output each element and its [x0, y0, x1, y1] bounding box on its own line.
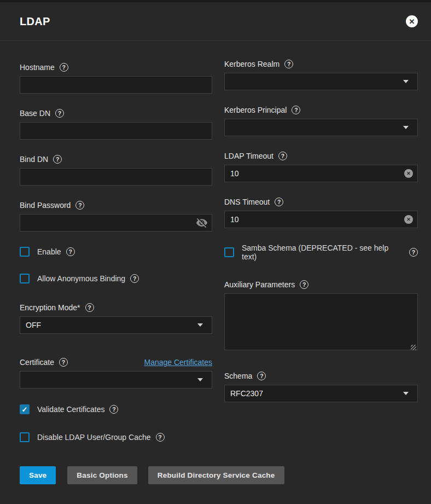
kerberos-realm-group: Kerberos Realm ?: [224, 60, 418, 90]
samba-schema-row: Samba Schema (DEPRECATED - see help text…: [224, 244, 418, 261]
ldap-dialog: LDAP ✕ Hostname ? Base DN ?: [0, 2, 431, 504]
ldap-timeout-help-icon[interactable]: ?: [278, 152, 287, 160]
bind-password-label-row: Bind Password ?: [20, 201, 212, 210]
allow-anonymous-binding-help-icon[interactable]: ?: [130, 274, 139, 283]
dialog-title: LDAP: [20, 15, 50, 28]
ldap-timeout-label: LDAP Timeout: [224, 152, 273, 160]
kerberos-realm-select[interactable]: [224, 73, 418, 90]
validate-certificates-help-icon[interactable]: ?: [109, 405, 118, 414]
manage-certificates-link[interactable]: Manage Certificates: [144, 358, 212, 367]
samba-schema-checkbox[interactable]: [224, 247, 234, 257]
validate-certificates-row: Validate Certificates ?: [20, 404, 212, 414]
certificate-select[interactable]: [20, 371, 212, 389]
auxiliary-parameters-label-row: Auxiliary Parameters ?: [224, 280, 418, 289]
bind-dn-label-row: Bind DN ?: [20, 155, 212, 164]
allow-anonymous-binding-checkbox[interactable]: [20, 274, 30, 283]
close-icon[interactable]: ✕: [406, 15, 418, 27]
schema-label-row: Schema ?: [224, 372, 418, 380]
form-content: Hostname ? Base DN ? Bind DN ?: [0, 41, 431, 442]
kerberos-realm-label-row: Kerberos Realm ?: [224, 60, 418, 68]
kerberos-principal-select[interactable]: [224, 119, 418, 136]
chevron-down-icon: [403, 80, 409, 83]
disable-ldap-cache-checkbox[interactable]: [20, 432, 30, 442]
dns-timeout-clear-icon[interactable]: ✕: [404, 215, 413, 224]
chevron-down-icon: [403, 126, 409, 129]
enable-row: Enable ?: [20, 247, 212, 257]
dialog-header: LDAP ✕: [0, 2, 431, 41]
bind-password-group: Bind Password ?: [20, 201, 212, 231]
schema-select[interactable]: RFC2307: [224, 385, 418, 402]
kerberos-principal-label: Kerberos Principal: [224, 106, 287, 114]
encryption-mode-label: Encryption Mode*: [20, 303, 80, 312]
auxiliary-parameters-group: Auxiliary Parameters ?: [224, 280, 418, 352]
encryption-mode-select[interactable]: OFF: [20, 316, 212, 334]
bind-password-input[interactable]: [20, 214, 212, 231]
certificate-help-icon[interactable]: ?: [59, 358, 68, 367]
schema-group: Schema ? RFC2307: [224, 372, 418, 402]
hostname-input[interactable]: [20, 76, 212, 94]
certificate-group: Certificate ? Manage Certificates: [20, 358, 212, 389]
base-dn-label: Base DN: [20, 109, 50, 118]
enable-help-icon[interactable]: ?: [66, 247, 75, 256]
encryption-mode-group: Encryption Mode* ? OFF: [20, 303, 212, 334]
base-dn-group: Base DN ?: [20, 109, 212, 140]
schema-help-icon[interactable]: ?: [257, 372, 266, 380]
hostname-label-row: Hostname ?: [20, 63, 212, 72]
dns-timeout-label: DNS Timeout: [224, 198, 270, 206]
textarea-resize-handle[interactable]: [411, 345, 416, 350]
dns-timeout-group: DNS Timeout ? ✕: [224, 198, 418, 228]
samba-schema-help-icon[interactable]: ?: [409, 248, 418, 257]
dns-timeout-help-icon[interactable]: ?: [275, 198, 283, 206]
chevron-down-icon: [197, 323, 203, 327]
bind-dn-group: Bind DN ?: [20, 155, 212, 186]
allow-anonymous-binding-row: Allow Anonymous Binding ?: [20, 274, 212, 283]
chevron-down-icon: [197, 378, 203, 381]
kerberos-realm-help-icon[interactable]: ?: [284, 60, 293, 68]
dns-timeout-label-row: DNS Timeout ?: [224, 198, 418, 206]
bind-dn-label: Bind DN: [20, 155, 48, 164]
base-dn-input[interactable]: [20, 122, 212, 140]
rebuild-directory-service-cache-button[interactable]: Rebuild Directory Service Cache: [148, 466, 284, 484]
disable-ldap-cache-row: Disable LDAP User/Group Cache ?: [20, 432, 212, 442]
auxiliary-parameters-textarea[interactable]: [224, 293, 418, 350]
auxiliary-parameters-label: Auxiliary Parameters: [224, 280, 295, 289]
disable-ldap-cache-label: Disable LDAP User/Group Cache: [37, 433, 151, 442]
kerberos-principal-group: Kerberos Principal ?: [224, 106, 418, 136]
ldap-timeout-label-row: LDAP Timeout ?: [224, 152, 418, 160]
base-dn-help-icon[interactable]: ?: [55, 109, 64, 118]
bind-password-help-icon[interactable]: ?: [75, 201, 84, 210]
ldap-timeout-clear-icon[interactable]: ✕: [404, 169, 413, 178]
certificate-label-row: Certificate ? Manage Certificates: [20, 358, 212, 367]
hostname-help-icon[interactable]: ?: [60, 63, 68, 72]
dns-timeout-input[interactable]: [224, 211, 418, 228]
bind-password-label: Bind Password: [20, 201, 71, 210]
enable-checkbox[interactable]: [20, 247, 30, 257]
left-column: Hostname ? Base DN ? Bind DN ?: [20, 63, 212, 442]
kerberos-realm-label: Kerberos Realm: [224, 60, 279, 68]
chevron-down-icon: [403, 392, 409, 395]
enable-label: Enable: [37, 247, 61, 256]
bind-dn-help-icon[interactable]: ?: [53, 155, 62, 164]
ldap-timeout-input[interactable]: [224, 165, 418, 182]
bind-dn-input[interactable]: [20, 168, 212, 186]
basic-options-button[interactable]: Basic Options: [67, 466, 137, 484]
encryption-mode-help-icon[interactable]: ?: [85, 303, 94, 312]
validate-certificates-checkbox[interactable]: [20, 404, 30, 414]
schema-value: RFC2307: [230, 389, 263, 398]
allow-anonymous-binding-label: Allow Anonymous Binding: [37, 274, 125, 283]
certificate-label: Certificate: [20, 358, 54, 367]
samba-schema-label: Samba Schema (DEPRECATED - see help text…: [242, 244, 404, 261]
footer-actions: Save Basic Options Rebuild Directory Ser…: [0, 442, 431, 484]
hostname-group: Hostname ?: [20, 63, 212, 94]
disable-ldap-cache-help-icon[interactable]: ?: [156, 433, 165, 442]
hostname-label: Hostname: [20, 63, 55, 72]
ldap-timeout-group: LDAP Timeout ? ✕: [224, 152, 418, 182]
base-dn-label-row: Base DN ?: [20, 109, 212, 118]
encryption-mode-label-row: Encryption Mode* ?: [20, 303, 212, 312]
schema-label: Schema: [224, 372, 252, 380]
right-column: Kerberos Realm ? Kerberos Principal ?: [224, 60, 418, 442]
save-button[interactable]: Save: [20, 466, 56, 484]
kerberos-principal-help-icon[interactable]: ?: [292, 106, 300, 114]
auxiliary-parameters-help-icon[interactable]: ?: [300, 280, 308, 289]
toggle-password-visibility-icon[interactable]: [196, 217, 208, 229]
